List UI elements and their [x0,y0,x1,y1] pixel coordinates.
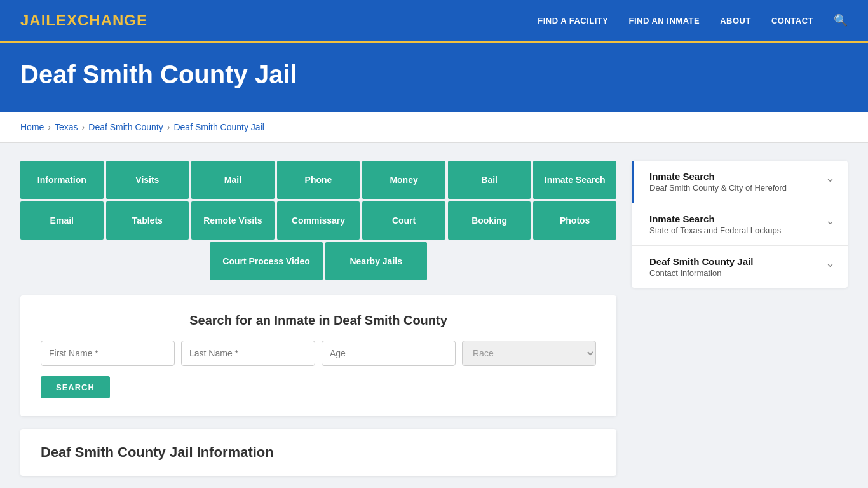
breadcrumb-texas[interactable]: Texas [55,122,78,132]
search-icon[interactable]: 🔍 [834,14,848,27]
sidebar-title-2: Deaf Smith County Jail [649,256,753,267]
sidebar-item-1[interactable]: Inmate Search State of Texas and Federal… [632,203,848,246]
sidebar-subtitle-1: State of Texas and Federal Lockups [649,226,781,235]
breadcrumb-county[interactable]: Deaf Smith County [88,122,163,132]
sidebar-text-2: Deaf Smith County Jail Contact Informati… [644,256,753,278]
btn-information[interactable]: Information [20,161,104,199]
sidebar-subtitle-0: Deaf Smith County & City of Hereford [649,183,787,193]
btn-bail[interactable]: Bail [448,161,531,199]
sidebar-accent-0 [632,161,634,203]
sidebar-text-1: Inmate Search State of Texas and Federal… [644,214,781,235]
page-title: Deaf Smith County Jail [20,60,848,89]
btn-photos[interactable]: Photos [533,201,616,240]
btn-court[interactable]: Court [362,201,445,240]
search-button[interactable]: SEARCH [41,376,110,398]
btn-court-process-video[interactable]: Court Process Video [210,242,322,280]
button-grid-row1: Information Visits Mail Phone Money Bail… [20,161,616,199]
chevron-icon-2: ⌄ [825,256,835,270]
logo-part3: XCHANGE [67,11,147,29]
btn-visits[interactable]: Visits [106,161,189,199]
sidebar-title-1: Inmate Search [649,214,781,224]
sidebar-card: Inmate Search Deaf Smith County & City o… [632,161,848,288]
btn-nearby-jails[interactable]: Nearby Jails [325,242,427,280]
search-title: Search for an Inmate in Deaf Smith Count… [41,313,596,328]
first-name-input[interactable] [41,341,175,366]
chevron-icon-0: ⌄ [825,171,835,185]
inmate-search-form: Search for an Inmate in Deaf Smith Count… [20,295,616,416]
info-section: Deaf Smith County Jail Information [20,429,616,476]
sidebar-title-0: Inmate Search [649,171,787,182]
btn-remote-visits[interactable]: Remote Visits [191,201,275,240]
button-grid-row3: Court Process Video Nearby Jails [20,242,616,280]
btn-money[interactable]: Money [362,161,445,199]
search-inputs: Race [41,341,596,366]
breadcrumb-sep1: › [48,122,51,132]
nav-find-inmate[interactable]: FIND AN INMATE [628,16,700,25]
btn-inmate-search[interactable]: Inmate Search [533,161,616,199]
logo-part1: JAIL [20,11,56,29]
main-wrapper: Information Visits Mail Phone Money Bail… [0,143,868,488]
btn-tablets[interactable]: Tablets [106,201,189,240]
breadcrumb-sep3: › [167,122,170,132]
navbar: JAILEXCHANGE FIND A FACILITY FIND AN INM… [0,0,868,41]
sidebar-subtitle-2: Contact Information [649,268,753,278]
breadcrumb-sep2: › [82,122,85,132]
button-grid-row2: Email Tablets Remote Visits Commissary C… [20,201,616,240]
btn-commissary[interactable]: Commissary [277,201,360,240]
btn-booking[interactable]: Booking [448,201,531,240]
nav-contact[interactable]: CONTACT [771,16,813,25]
logo[interactable]: JAILEXCHANGE [20,11,147,29]
nav-links: FIND A FACILITY FIND AN INMATE ABOUT CON… [538,13,848,27]
nav-about[interactable]: ABOUT [720,16,751,25]
sidebar-item-0[interactable]: Inmate Search Deaf Smith County & City o… [632,161,848,203]
breadcrumb-jail[interactable]: Deaf Smith County Jail [173,122,264,132]
nav-find-facility[interactable]: FIND A FACILITY [538,16,608,25]
age-input[interactable] [322,341,456,366]
sidebar-item-2[interactable]: Deaf Smith County Jail Contact Informati… [632,246,848,288]
chevron-icon-1: ⌄ [825,214,835,227]
hero-section: Deaf Smith County Jail [0,43,868,112]
breadcrumb-home[interactable]: Home [20,122,44,132]
breadcrumb: Home › Texas › Deaf Smith County › Deaf … [0,112,868,143]
last-name-input[interactable] [181,341,315,366]
race-select[interactable]: Race [462,341,596,366]
sidebar-text-0: Inmate Search Deaf Smith County & City o… [644,171,787,193]
info-title: Deaf Smith County Jail Information [41,444,596,461]
btn-email[interactable]: Email [20,201,104,240]
sidebar: Inmate Search Deaf Smith County & City o… [632,161,848,288]
content-left: Information Visits Mail Phone Money Bail… [20,161,616,476]
btn-phone[interactable]: Phone [277,161,360,199]
logo-exchange-e: E [56,11,67,29]
btn-mail[interactable]: Mail [191,161,275,199]
